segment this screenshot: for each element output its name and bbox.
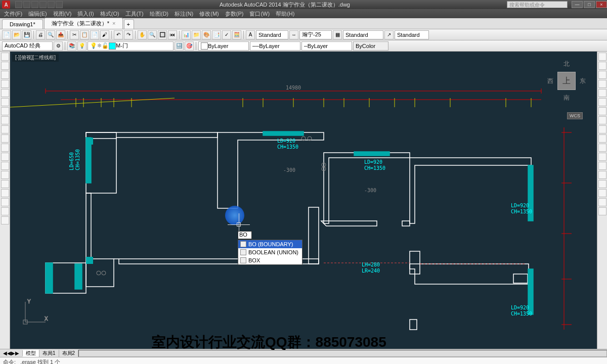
trim-icon[interactable]: [598, 134, 606, 143]
undo-icon[interactable]: ↶: [114, 30, 123, 39]
tab-nav-arrows[interactable]: ◀◀▶▶: [0, 350, 23, 356]
viewcube-west[interactable]: 西: [547, 77, 553, 85]
doc-tab-2-close-icon[interactable]: ×: [112, 20, 115, 26]
viewcube-top[interactable]: 上: [557, 72, 576, 90]
array-icon[interactable]: [598, 89, 606, 97]
new-file-icon[interactable]: 📄: [2, 30, 11, 39]
markup-icon[interactable]: ✓: [222, 30, 231, 39]
make-block-icon[interactable]: [1, 162, 9, 170]
copy-icon[interactable]: 📋: [80, 30, 89, 39]
menu-edit[interactable]: 编辑(E): [28, 10, 47, 18]
region-icon[interactable]: [1, 198, 9, 206]
table-icon[interactable]: [1, 207, 9, 215]
redo-icon[interactable]: ↷: [124, 30, 133, 39]
polyline-icon[interactable]: [1, 71, 9, 79]
text-style-icon[interactable]: A: [246, 30, 255, 39]
help-search-input[interactable]: 搜索帮助或命令: [507, 1, 568, 8]
maximize-button[interactable]: □: [584, 1, 595, 8]
color-dropdown[interactable]: ByLayer: [198, 41, 249, 51]
table-style-dropdown[interactable]: Standard: [343, 30, 383, 39]
gradient-icon[interactable]: [1, 189, 9, 197]
save-icon[interactable]: 💾: [22, 30, 31, 39]
autocomplete-item-box[interactable]: BOX: [238, 256, 302, 264]
tab-layout2[interactable]: 布局2: [59, 350, 79, 357]
tab-layout1[interactable]: 布局1: [39, 350, 59, 357]
mirror-icon[interactable]: [598, 71, 606, 79]
qat-save-icon[interactable]: [31, 1, 38, 8]
text-style-dropdown[interactable]: Standard: [256, 30, 288, 39]
doc-tab-2[interactable]: 瀚宁作业（第二课改）*×: [44, 18, 123, 29]
ellipse-icon[interactable]: [1, 134, 9, 143]
open-file-icon[interactable]: 📂: [12, 30, 21, 39]
doc-tab-1[interactable]: Drawing1*: [2, 19, 43, 29]
linetype-dropdown[interactable]: —— ByLayer: [250, 41, 300, 51]
match-prop-icon[interactable]: 🖌: [100, 30, 109, 39]
plotstyle-dropdown[interactable]: ByColor: [353, 41, 388, 51]
break-icon[interactable]: [598, 162, 606, 170]
view-cube[interactable]: 北 西 上 东 南: [546, 56, 587, 106]
drawing-canvas[interactable]: [-][俯视][二维线框] 14980: [10, 52, 597, 349]
viewcube-north[interactable]: 北: [563, 60, 570, 68]
menu-format[interactable]: 格式(O): [100, 10, 119, 18]
cut-icon[interactable]: ✂: [70, 30, 79, 39]
viewcube-south[interactable]: 南: [563, 94, 570, 102]
ellipse-arc-icon[interactable]: [1, 144, 9, 152]
move-icon[interactable]: [598, 98, 606, 106]
table-style-icon[interactable]: ▦: [333, 30, 342, 39]
pan-icon[interactable]: ✋: [138, 30, 147, 39]
paste-icon[interactable]: 📄: [90, 30, 99, 39]
horizontal-scrollbar[interactable]: [78, 350, 607, 357]
layer-match-icon[interactable]: 🎯: [185, 41, 194, 51]
multileader-style-icon[interactable]: ↗: [384, 30, 394, 39]
arc-icon[interactable]: [1, 98, 9, 106]
zoom-window-icon[interactable]: 🔲: [158, 30, 167, 39]
join-icon[interactable]: [598, 171, 606, 179]
quickcalc-icon[interactable]: 🧮: [232, 30, 241, 39]
dynamic-input[interactable]: BO: [238, 231, 252, 239]
qat-new-icon[interactable]: [15, 1, 22, 8]
menu-modify[interactable]: 修改(M): [199, 10, 219, 18]
rotate-icon[interactable]: [598, 107, 606, 115]
menu-help[interactable]: 帮助(H): [276, 10, 294, 18]
menu-parametric[interactable]: 参数(P): [225, 10, 244, 18]
multileader-style-dropdown[interactable]: Standard: [395, 30, 429, 39]
lineweight-dropdown[interactable]: — ByLayer: [301, 41, 352, 51]
menu-draw[interactable]: 绘图(D): [150, 10, 168, 18]
offset-icon[interactable]: [598, 80, 606, 88]
stretch-icon[interactable]: [598, 125, 606, 133]
preview-icon[interactable]: 🔍: [46, 30, 55, 39]
layer-dropdown[interactable]: 💡❄🔓 M-门: [88, 41, 174, 51]
insert-block-icon[interactable]: [1, 153, 9, 161]
wcs-badge[interactable]: WCS: [567, 112, 583, 119]
menu-dimension[interactable]: 标注(N): [175, 10, 193, 18]
extend-icon[interactable]: [598, 144, 606, 152]
construction-line-icon[interactable]: [1, 62, 9, 70]
tab-model[interactable]: 模型: [23, 350, 39, 357]
menu-tools[interactable]: 工具(T): [125, 10, 144, 18]
properties-icon[interactable]: 📊: [182, 30, 191, 39]
menu-file[interactable]: 文件(F): [4, 10, 22, 18]
zoom-realtime-icon[interactable]: 🔍: [148, 30, 157, 39]
spline-icon[interactable]: [1, 125, 9, 133]
erase-icon[interactable]: [598, 53, 606, 61]
print-icon[interactable]: 🖨: [36, 30, 45, 39]
menu-window[interactable]: 窗口(W): [249, 10, 270, 18]
explode-icon[interactable]: [598, 207, 606, 215]
fillet-icon[interactable]: [598, 189, 606, 197]
qat-undo-icon[interactable]: [39, 1, 47, 8]
hatch-icon[interactable]: [1, 180, 9, 188]
qat-open-icon[interactable]: [23, 1, 30, 8]
workspace-settings-icon[interactable]: ⚙: [54, 41, 63, 51]
circle-icon[interactable]: [1, 107, 9, 115]
app-logo-icon[interactable]: A: [2, 1, 10, 9]
menu-view[interactable]: 视图(V): [53, 10, 72, 18]
point-icon[interactable]: [1, 171, 9, 179]
doc-tab-new[interactable]: +: [124, 19, 134, 29]
design-center-icon[interactable]: 📁: [192, 30, 201, 39]
break-at-point-icon[interactable]: [598, 153, 606, 161]
workspace-dropdown[interactable]: AutoCAD 经典: [2, 41, 53, 51]
polygon-icon[interactable]: [1, 80, 9, 88]
rectangle-icon[interactable]: [1, 89, 9, 97]
blend-icon[interactable]: [598, 198, 606, 206]
copy-modify-icon[interactable]: [598, 62, 606, 70]
